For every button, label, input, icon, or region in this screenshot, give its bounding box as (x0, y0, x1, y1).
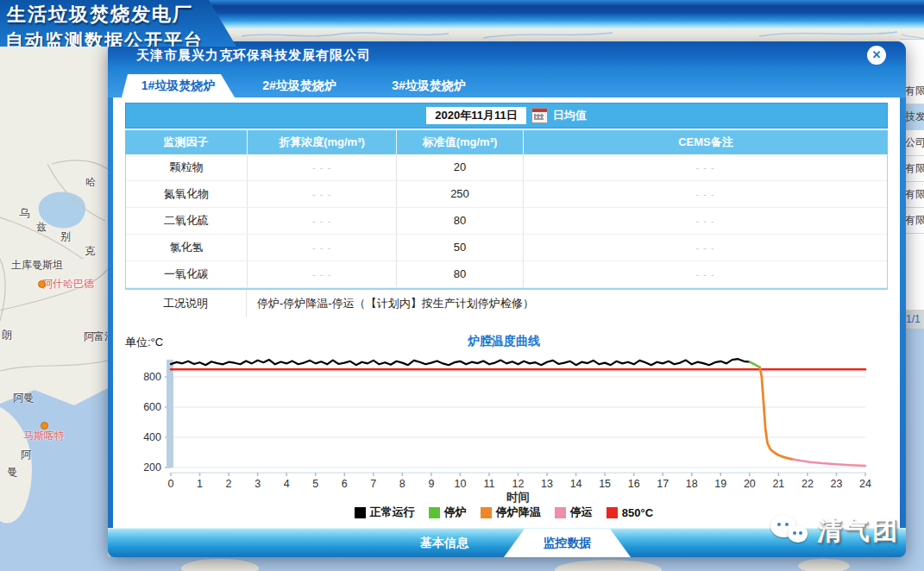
x-tick-label: 7 (370, 478, 376, 490)
tab-monitoring-data[interactable]: 监控数据 (504, 529, 631, 557)
map-place-label: 克 (85, 244, 95, 259)
x-tick-label: 18 (686, 478, 698, 490)
cell-standard: 20 (397, 154, 524, 180)
cell-factor: 氮氧化物 (126, 181, 248, 207)
cell-standard: 250 (397, 181, 524, 207)
legend-label: 850°C (622, 506, 653, 519)
table-row: 氯化氢- - -50- - - (126, 235, 887, 261)
x-tick-label: 20 (744, 478, 756, 490)
map-place-label: 阿什哈巴德 (42, 277, 94, 292)
map-city-dot (41, 422, 48, 430)
legend-item: 正常运行 (355, 505, 415, 520)
legend-item: 停运 (555, 505, 593, 520)
x-tick-label: 11 (483, 478, 494, 490)
y-scrollbar[interactable] (167, 360, 173, 467)
legend-label: 停运 (570, 505, 593, 520)
cell-concentration: - - - (248, 154, 397, 180)
legend-swatch (481, 507, 492, 518)
column-header: 监测因子 (125, 130, 248, 154)
legend-item: 850°C (607, 506, 653, 519)
cell-factor: 二氧化硫 (126, 208, 248, 234)
table-row: 二氧化硫- - -80- - - (126, 208, 887, 235)
legend-swatch (355, 507, 366, 518)
tab-incinerator-1[interactable]: 1#垃圾焚烧炉 (122, 74, 235, 97)
x-tick-label: 10 (454, 478, 466, 490)
wechat-icon (770, 515, 810, 548)
cell-remark: - - - (524, 208, 887, 234)
cell-factor: 颗粒物 (126, 154, 248, 180)
cell-standard: 50 (397, 235, 524, 260)
page: 哈乌兹别克土库曼斯坦阿什哈巴德朗阿富汗阿曼马斯喀特阿曼 有限技发公司有限有限有限… (0, 0, 924, 571)
map-place-label: 阿 (21, 448, 31, 462)
daily-average-label: 日均值 (553, 108, 587, 123)
cell-remark: - - - (524, 154, 887, 180)
tab-basic-info[interactable]: 基本信息 (384, 529, 505, 557)
series-停炉降温 (760, 367, 794, 460)
series-停运 (793, 460, 865, 466)
x-tick-label: 3 (255, 478, 261, 490)
map-rivers (242, 32, 924, 39)
x-tick-label: 24 (859, 478, 871, 490)
tab-incinerator-3[interactable]: 3#垃圾焚烧炉 (364, 74, 493, 97)
table-row: 氮氧化物- - -250- - - (126, 181, 887, 208)
x-tick-label: 2 (226, 478, 232, 490)
x-tick-label: 21 (772, 478, 784, 490)
incinerator-tab-row: 1#垃圾焚烧炉2#垃圾焚烧炉3#垃圾焚烧炉 (108, 69, 906, 97)
date-input[interactable]: 2020年11月11日 (426, 107, 525, 124)
watermark: 清气团 (770, 514, 900, 549)
x-tick-label: 19 (714, 478, 726, 490)
legend-swatch (607, 507, 618, 518)
cell-standard: 80 (397, 261, 524, 287)
legend-label: 正常运行 (370, 505, 415, 520)
x-tick-label: 22 (801, 478, 814, 490)
company-dialog: 天津市晨兴力克环保科技发展有限公司 ✕ 1#垃圾焚烧炉2#垃圾焚烧炉3#垃圾焚烧… (108, 41, 906, 556)
column-header: CEMS备注 (524, 130, 888, 154)
condition-row: 工况说明 停炉-停炉降温-停运（【计划内】按生产计划停炉检修） (125, 289, 888, 317)
map-place-label: 别 (60, 229, 71, 244)
cell-concentration: - - - (248, 181, 397, 207)
table-header-row: 监测因子折算浓度(mg/m³)标准值(mg/m³)CEMS备注 (125, 130, 888, 154)
tab-incinerator-2[interactable]: 2#垃圾焚烧炉 (235, 74, 364, 97)
map-sea-bottom (0, 556, 924, 571)
close-icon[interactable]: ✕ (867, 46, 886, 65)
x-tick-label: 4 (284, 478, 290, 490)
legend-swatch (555, 507, 566, 518)
monitoring-table: 2020年11月11日 日均值 监测因子折算浓度(mg/m³)标准值(mg/m³… (125, 103, 888, 317)
legend-label: 停炉降温 (496, 505, 541, 520)
map-place-label: 土库曼斯坦 (11, 258, 63, 273)
condition-label: 工况说明 (125, 290, 247, 317)
cell-factor: 一氧化碳 (126, 261, 248, 287)
column-header: 标准值(mg/m³) (397, 130, 524, 154)
legend-item: 停炉 (429, 505, 467, 520)
x-tick-label: 13 (541, 478, 553, 490)
legend-item: 停炉降温 (481, 505, 541, 520)
series-正常运行 (171, 359, 750, 365)
site-title-block: 生活垃圾焚烧发电厂 自动监测数据公开平台 (0, 0, 236, 47)
map-place-label: 马斯喀特 (23, 429, 65, 443)
condition-value: 停炉-停炉降温-停运（【计划内】按生产计划停炉检修） (247, 290, 888, 317)
temperature-chart: 2004006008000123456789101112131415161718… (113, 332, 895, 505)
x-axis-label: 时间 (506, 491, 530, 504)
dialog-content: 2020年11月11日 日均值 监测因子折算浓度(mg/m³)标准值(mg/m³… (113, 97, 900, 528)
cell-concentration: - - - (248, 261, 397, 287)
map-place-label: 朗 (2, 328, 12, 342)
table-row: 颗粒物- - -20- - - (126, 154, 887, 181)
cell-concentration: - - - (248, 235, 397, 260)
x-tick-label: 6 (342, 478, 348, 490)
y-tick-label: 400 (143, 431, 161, 443)
x-tick-label: 16 (628, 478, 640, 490)
map-place-label: 曼 (7, 465, 17, 480)
x-tick-label: 15 (599, 478, 611, 490)
x-tick-label: 23 (831, 478, 843, 490)
x-tick-label: 8 (399, 478, 405, 490)
legend-label: 停炉 (444, 505, 467, 520)
legend-swatch (429, 507, 440, 518)
x-tick-label: 0 (168, 478, 174, 490)
date-bar: 2020年11月11日 日均值 (125, 103, 888, 129)
calendar-icon[interactable] (531, 108, 548, 123)
cell-remark: - - - (524, 235, 887, 260)
y-tick-label: 800 (143, 371, 161, 383)
x-tick-label: 14 (570, 478, 582, 490)
map-place-label: 乌 (19, 206, 29, 221)
x-tick-label: 9 (428, 478, 434, 490)
